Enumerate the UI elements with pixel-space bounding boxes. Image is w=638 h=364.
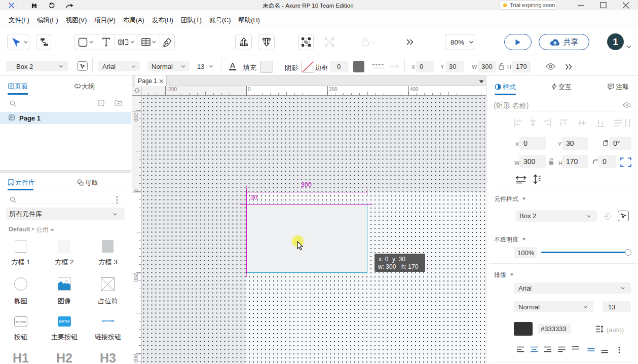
- svg-text:T: T: [119, 41, 121, 44]
